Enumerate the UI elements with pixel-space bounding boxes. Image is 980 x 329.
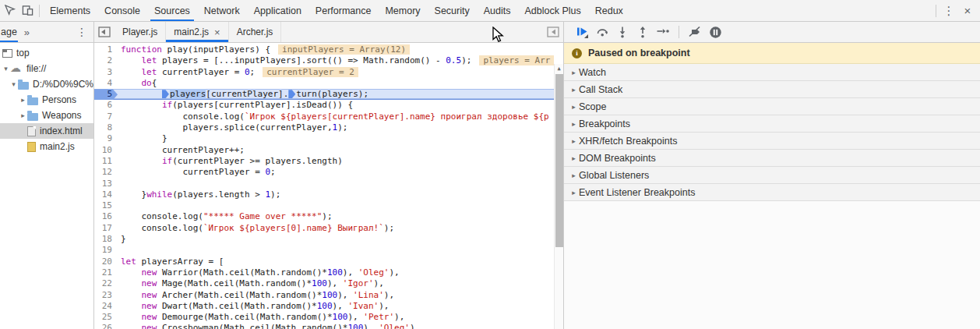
inline-breakpoint-icon[interactable]: [162, 90, 169, 98]
tab-memory[interactable]: Memory: [378, 0, 427, 21]
line-number[interactable]: 26: [94, 323, 118, 329]
sidebar-item-index-html[interactable]: index.html: [0, 123, 93, 139]
sidebar-item-persons[interactable]: ▸Persons: [0, 92, 93, 108]
disclosure-triangle-icon[interactable]: ▸: [569, 120, 579, 128]
navigator-tab-page[interactable]: age: [0, 22, 19, 42]
code-line[interactable]: 17 console.log(`Игрок ${players[0].name}…: [94, 223, 554, 234]
navigator-menu-icon[interactable]: ⋮: [70, 26, 93, 38]
section-dom-breakpoints[interactable]: ▸DOM Breakpoints: [564, 150, 980, 167]
line-number[interactable]: 20: [94, 256, 118, 267]
code-line[interactable]: 18}: [94, 234, 554, 245]
inline-breakpoint-icon[interactable]: [288, 90, 295, 98]
line-number[interactable]: 18: [94, 234, 118, 245]
code-line[interactable]: 6 if(players[currentPlayer].isDead()) {: [94, 100, 554, 111]
disclosure-triangle-icon[interactable]: ▸: [569, 154, 579, 162]
tab-performance[interactable]: Performance: [308, 0, 379, 21]
execution-line-number[interactable]: 5: [94, 89, 118, 100]
close-devtools-icon[interactable]: ×: [958, 2, 977, 19]
disclosure-triangle-icon[interactable]: ▸: [19, 96, 27, 104]
device-toolbar-icon[interactable]: [19, 3, 36, 19]
kebab-menu-icon[interactable]: ⋮: [939, 2, 958, 19]
code-line[interactable]: 20let playersArray = [: [94, 256, 554, 267]
code-line[interactable]: 3 let currentPlayer = 0;currentPlayer = …: [94, 67, 554, 78]
code-line[interactable]: 10 currentPlayer++;: [94, 145, 554, 156]
code-line[interactable]: 14 }while(players.length > 1);: [94, 189, 554, 200]
step-into-icon[interactable]: [612, 23, 633, 41]
section-scope[interactable]: ▸Scope: [564, 98, 980, 115]
sidebar-item-top[interactable]: top: [0, 45, 93, 61]
line-number[interactable]: 1: [94, 44, 118, 55]
code-line[interactable]: 23 new Archer(Math.ceil(Math.random()*10…: [94, 290, 554, 301]
code-line[interactable]: 8 players.splice(currentPlayer,1);: [94, 122, 554, 133]
line-number[interactable]: 9: [94, 133, 118, 144]
resume-icon[interactable]: [572, 23, 592, 41]
section-call-stack[interactable]: ▸Call Stack: [564, 81, 980, 98]
code-line[interactable]: 5 players[currentPlayer].turn(players);: [94, 89, 554, 100]
line-number[interactable]: 7: [94, 111, 118, 122]
disclosure-triangle-icon[interactable]: ▸: [569, 103, 579, 111]
code-line[interactable]: 11 if(currentPlayer >= players.length): [94, 156, 554, 167]
disclosure-triangle-icon[interactable]: ▾: [9, 80, 18, 88]
line-number[interactable]: 19: [94, 245, 118, 256]
disclosure-triangle-icon[interactable]: ▸: [569, 86, 579, 94]
step-over-icon[interactable]: [592, 23, 612, 41]
disclosure-triangle-icon[interactable]: ▸: [569, 137, 579, 145]
section-event-listener-breakpoints[interactable]: ▸Event Listener Breakpoints: [564, 184, 980, 201]
code-line[interactable]: 9 }: [94, 133, 554, 144]
line-number[interactable]: 23: [94, 290, 118, 301]
code-line[interactable]: 22 new Mage(Math.ceil(Math.random()*100)…: [94, 278, 554, 289]
step-out-icon[interactable]: [633, 23, 653, 41]
line-number[interactable]: 6: [94, 100, 118, 111]
sidebar-item-weapons[interactable]: ▸Weapons: [0, 108, 93, 123]
sidebar-item-main2-js[interactable]: main2.js: [0, 139, 93, 154]
disclosure-triangle-icon[interactable]: ▸: [19, 111, 27, 119]
line-number[interactable]: 25: [94, 312, 118, 323]
file-tab-player-js[interactable]: Player.js: [115, 22, 166, 42]
code-line[interactable]: 12 currentPlayer = 0;: [94, 167, 554, 178]
disclosure-triangle-icon[interactable]: ▸: [569, 172, 579, 179]
toggle-debugger-icon[interactable]: [543, 27, 563, 37]
code-line[interactable]: 13: [94, 179, 554, 189]
code-line[interactable]: 26 new Crossbowman(Math.ceil(Math.random…: [94, 323, 554, 329]
sidebar-item-d-d0-9c-d[interactable]: ▾D:/%D0%9C%D: [0, 76, 93, 92]
disclosure-triangle-icon[interactable]: ▸: [569, 69, 579, 76]
file-tab-archer-js[interactable]: Archer.js: [229, 22, 282, 42]
code-line[interactable]: 21 new Warrior(Math.ceil(Math.random()*1…: [94, 267, 554, 278]
code-line[interactable]: 24 new Dwart(Math.ceil(Math.random()*100…: [94, 301, 554, 312]
inspect-icon[interactable]: [2, 3, 19, 19]
code-line[interactable]: 19: [94, 245, 554, 256]
section-watch[interactable]: ▸Watch: [564, 64, 980, 81]
tab-security[interactable]: Security: [428, 0, 477, 21]
tab-adblock-plus[interactable]: Adblock Plus: [517, 0, 587, 21]
line-number[interactable]: 16: [94, 211, 118, 222]
scrollbar[interactable]: ▲: [554, 64, 563, 329]
tab-console[interactable]: Console: [97, 0, 147, 21]
tab-redux[interactable]: Redux: [588, 0, 630, 21]
code-line[interactable]: 7 console.log(`Игрок ${players[currentPl…: [94, 111, 554, 122]
line-number[interactable]: 24: [94, 301, 118, 312]
code-line[interactable]: 1function play(inputPlayers) {inputPlaye…: [94, 44, 554, 55]
line-number[interactable]: 13: [94, 179, 118, 189]
section-xhr-fetch-breakpoints[interactable]: ▸XHR/fetch Breakpoints: [564, 133, 980, 150]
code-line[interactable]: 4 do{: [94, 78, 554, 89]
line-number[interactable]: 12: [94, 167, 118, 178]
section-breakpoints[interactable]: ▸Breakpoints: [564, 115, 980, 133]
line-number[interactable]: 10: [94, 145, 118, 156]
code-line[interactable]: 2 let players = [...inputPlayers].sort((…: [94, 55, 554, 66]
line-number[interactable]: 22: [94, 278, 118, 289]
scroll-up-icon[interactable]: ▲: [555, 64, 563, 73]
pause-on-exceptions-icon[interactable]: [705, 23, 725, 41]
line-number[interactable]: 14: [94, 189, 118, 200]
tab-elements[interactable]: Elements: [43, 0, 97, 21]
disclosure-triangle-icon[interactable]: ▸: [569, 189, 579, 196]
line-number[interactable]: 3: [94, 67, 118, 78]
line-number[interactable]: 8: [94, 122, 118, 133]
line-number[interactable]: 4: [94, 78, 118, 89]
disclosure-triangle-icon[interactable]: ▾: [2, 65, 10, 73]
code-line[interactable]: 16 console.log("***** Game over *****");: [94, 211, 554, 222]
tab-sources[interactable]: Sources: [147, 0, 197, 21]
line-number[interactable]: 17: [94, 223, 118, 234]
tab-network[interactable]: Network: [197, 0, 247, 21]
tab-audits[interactable]: Audits: [477, 0, 518, 21]
code-editor[interactable]: 1function play(inputPlayers) {inputPlaye…: [94, 43, 563, 329]
